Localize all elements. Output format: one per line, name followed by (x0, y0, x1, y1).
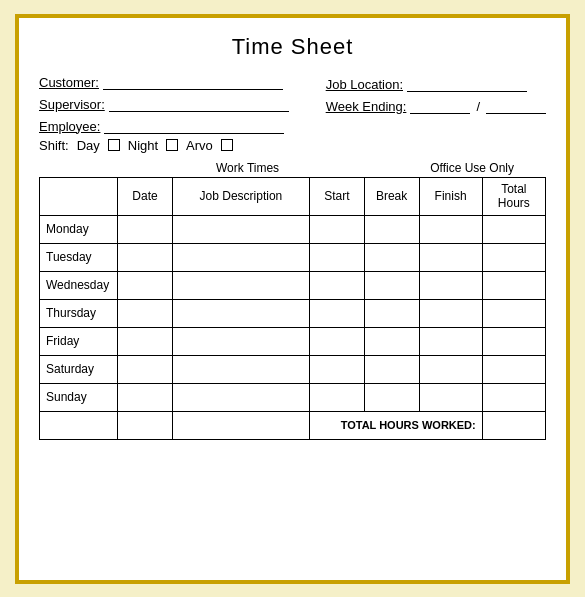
job-location-label: Job Location: (326, 77, 403, 92)
cell-saturday-date[interactable] (118, 355, 173, 383)
col-header-day (40, 177, 118, 215)
day-tuesday: Tuesday (40, 243, 118, 271)
cell-saturday-finish[interactable] (419, 355, 482, 383)
cell-tuesday-total[interactable] (482, 243, 545, 271)
cell-thursday-finish[interactable] (419, 299, 482, 327)
cell-tuesday-jobdesc[interactable] (172, 243, 309, 271)
col-header-start: Start (309, 177, 364, 215)
work-times-header: Work Times Office Use Only (39, 161, 546, 175)
shift-arvo-checkbox[interactable] (221, 139, 233, 151)
week-ending-date2[interactable] (486, 98, 546, 114)
cell-monday-total[interactable] (482, 215, 545, 243)
job-location-field: Job Location: (326, 76, 546, 92)
cell-saturday-break[interactable] (364, 355, 419, 383)
employee-label: Employee: (39, 119, 100, 134)
shift-night-label: Night (128, 138, 158, 153)
shift-arvo-label: Arvo (186, 138, 213, 153)
form-right: Job Location: Week Ending: / (326, 74, 546, 134)
total-hours-label: TOTAL HOURS WORKED: (309, 411, 482, 439)
work-times-label: Work Times (216, 161, 279, 175)
cell-monday-date[interactable] (118, 215, 173, 243)
cell-friday-date[interactable] (118, 327, 173, 355)
cell-friday-finish[interactable] (419, 327, 482, 355)
cell-tuesday-date[interactable] (118, 243, 173, 271)
form-top: Customer: Supervisor: Employee: Job Loca… (39, 74, 546, 134)
cell-wednesday-total[interactable] (482, 271, 545, 299)
supervisor-label: Supervisor: (39, 97, 105, 112)
cell-monday-start[interactable] (309, 215, 364, 243)
customer-input[interactable] (103, 74, 283, 90)
supervisor-field: Supervisor: (39, 96, 289, 112)
cell-monday-finish[interactable] (419, 215, 482, 243)
cell-sunday-start[interactable] (309, 383, 364, 411)
cell-tuesday-break[interactable] (364, 243, 419, 271)
employee-field: Employee: (39, 118, 289, 134)
day-monday: Monday (40, 215, 118, 243)
table-row: Friday (40, 327, 546, 355)
cell-sunday-total[interactable] (482, 383, 545, 411)
table-row: Saturday (40, 355, 546, 383)
col-header-totalhours: TotalHours (482, 177, 545, 215)
customer-field: Customer: (39, 74, 289, 90)
shift-day-label: Day (77, 138, 100, 153)
table-row: Wednesday (40, 271, 546, 299)
total-row: TOTAL HOURS WORKED: (40, 411, 546, 439)
cell-monday-break[interactable] (364, 215, 419, 243)
table-row: Monday (40, 215, 546, 243)
shift-row: Shift: Day Night Arvo (39, 138, 546, 153)
cell-saturday-total[interactable] (482, 355, 545, 383)
shift-label: Shift: (39, 138, 69, 153)
shift-night-checkbox[interactable] (166, 139, 178, 151)
cell-friday-start[interactable] (309, 327, 364, 355)
cell-saturday-jobdesc[interactable] (172, 355, 309, 383)
cell-thursday-jobdesc[interactable] (172, 299, 309, 327)
day-thursday: Thursday (40, 299, 118, 327)
employee-input[interactable] (104, 118, 284, 134)
table-row: Sunday (40, 383, 546, 411)
timesheet-container: Time Sheet Customer: Supervisor: Employe… (15, 14, 570, 584)
week-ending-field: Week Ending: / (326, 98, 546, 114)
col-header-date: Date (118, 177, 173, 215)
office-use-label: Office Use Only (430, 161, 514, 175)
cell-wednesday-finish[interactable] (419, 271, 482, 299)
cell-friday-jobdesc[interactable] (172, 327, 309, 355)
total-jobdesc-cell (172, 411, 309, 439)
day-wednesday: Wednesday (40, 271, 118, 299)
cell-thursday-break[interactable] (364, 299, 419, 327)
cell-sunday-date[interactable] (118, 383, 173, 411)
form-left: Customer: Supervisor: Employee: (39, 74, 289, 134)
cell-sunday-break[interactable] (364, 383, 419, 411)
cell-wednesday-date[interactable] (118, 271, 173, 299)
cell-thursday-total[interactable] (482, 299, 545, 327)
total-day-cell (40, 411, 118, 439)
week-ending-label: Week Ending: (326, 99, 407, 114)
cell-wednesday-start[interactable] (309, 271, 364, 299)
col-header-break: Break (364, 177, 419, 215)
day-friday: Friday (40, 327, 118, 355)
cell-tuesday-start[interactable] (309, 243, 364, 271)
col-header-finish: Finish (419, 177, 482, 215)
job-location-input[interactable] (407, 76, 527, 92)
cell-thursday-start[interactable] (309, 299, 364, 327)
day-saturday: Saturday (40, 355, 118, 383)
cell-sunday-finish[interactable] (419, 383, 482, 411)
supervisor-input[interactable] (109, 96, 289, 112)
table-row: Tuesday (40, 243, 546, 271)
table-header-row: Date Job Description Start Break Finish … (40, 177, 546, 215)
cell-wednesday-jobdesc[interactable] (172, 271, 309, 299)
total-hours-value[interactable] (482, 411, 545, 439)
cell-friday-break[interactable] (364, 327, 419, 355)
col-header-jobdesc: Job Description (172, 177, 309, 215)
cell-tuesday-finish[interactable] (419, 243, 482, 271)
week-ending-date1[interactable] (410, 98, 470, 114)
shift-day-checkbox[interactable] (108, 139, 120, 151)
customer-label: Customer: (39, 75, 99, 90)
total-date-cell (118, 411, 173, 439)
cell-wednesday-break[interactable] (364, 271, 419, 299)
cell-thursday-date[interactable] (118, 299, 173, 327)
cell-monday-jobdesc[interactable] (172, 215, 309, 243)
cell-sunday-jobdesc[interactable] (172, 383, 309, 411)
cell-friday-total[interactable] (482, 327, 545, 355)
cell-saturday-start[interactable] (309, 355, 364, 383)
timesheet-table: Date Job Description Start Break Finish … (39, 177, 546, 440)
